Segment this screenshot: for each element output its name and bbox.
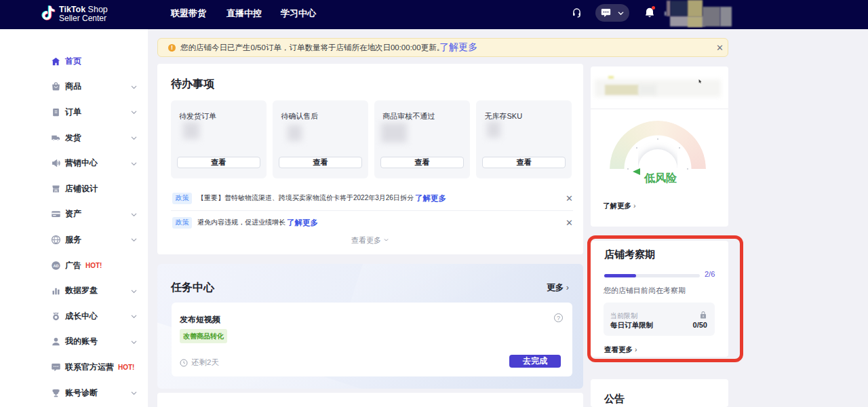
svg-text:AD: AD: [53, 263, 58, 267]
